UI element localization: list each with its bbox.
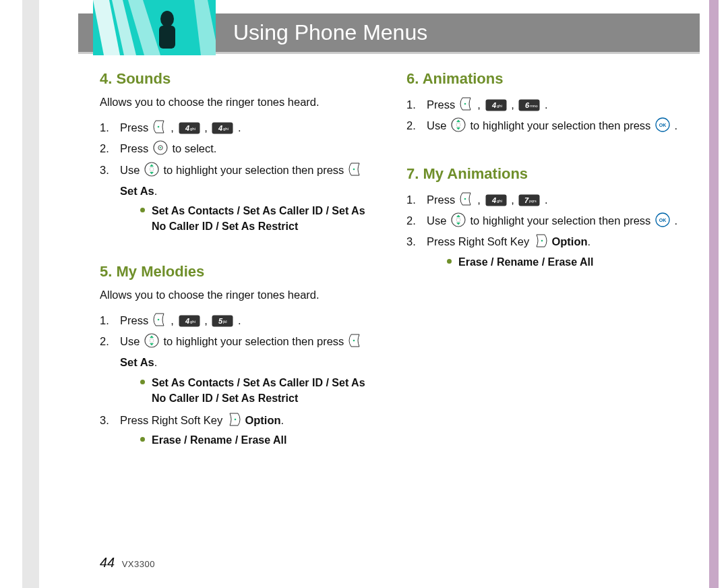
nav-updown-icon: [144, 162, 159, 177]
animations-step-1: Press , 4ghi , 6mno .: [406, 94, 682, 115]
bullet-icon: [140, 437, 145, 442]
sounds-steps: Press , 4ghi , 4ghi . Press to select. U…: [100, 117, 375, 235]
key-4-icon: 4ghi: [485, 194, 507, 206]
key-6-icon: 6mno: [518, 99, 540, 111]
svg-text:ghi: ghi: [497, 199, 502, 203]
softkey-right-icon: [534, 233, 547, 248]
myanim-steps: Press , 4ghi , 7pqrs . Use to highlight …: [406, 189, 682, 270]
melodies-step-1: Press , 4ghi , 5jkl .: [100, 310, 375, 331]
svg-text:mno: mno: [530, 104, 538, 108]
myanim-bullet: Erase / Rename / Erase All: [447, 254, 682, 270]
svg-point-48: [464, 198, 466, 200]
ok-icon: OK: [655, 117, 670, 132]
footer: 44 VX3300: [100, 555, 155, 570]
nav-updown-icon: [144, 333, 159, 348]
softkey-left-icon: [153, 119, 166, 134]
svg-point-16: [160, 147, 161, 148]
svg-text:OK: OK: [659, 123, 667, 127]
svg-text:7: 7: [524, 196, 529, 204]
melodies-bullet-1: Set As Contacts / Set As Caller ID / Set…: [140, 375, 375, 406]
key-4-icon: 4ghi: [179, 122, 200, 134]
bullet-icon: [140, 208, 145, 212]
section-title-melodies: 5. My Melodies: [100, 263, 375, 281]
sounds-step-2: Press to select.: [100, 138, 375, 159]
section-title-animations: 6. Animations: [406, 70, 682, 88]
melodies-steps: Press , 4ghi , 5jkl . Use to highlight y…: [100, 310, 375, 448]
key-4-icon: 4ghi: [179, 315, 200, 327]
bullet-icon: [140, 380, 145, 384]
sidebar-accent: [22, 0, 39, 588]
ok-icon: OK: [655, 212, 670, 227]
softkey-left-icon: [348, 162, 362, 177]
softkey-left-icon: [460, 96, 473, 111]
myanim-step-1: Press , 4ghi , 7pqrs .: [406, 189, 682, 210]
svg-point-35: [464, 103, 466, 105]
svg-text:4: 4: [491, 101, 496, 109]
sounds-step-3: Use to highlight your selection then pre…: [100, 160, 375, 235]
svg-text:4: 4: [491, 196, 496, 204]
page-title: Using Phone Menus: [233, 20, 427, 45]
section-title-myanimations: 7. My Animations: [406, 165, 682, 183]
svg-point-61: [541, 240, 543, 242]
svg-text:5: 5: [218, 317, 223, 325]
svg-point-7: [157, 126, 159, 128]
svg-text:ghi: ghi: [223, 127, 229, 131]
svg-text:OK: OK: [659, 218, 667, 223]
svg-point-33: [353, 340, 355, 342]
svg-text:jkl: jkl: [222, 320, 227, 324]
right-column: 6. Animations Press , 4ghi , 6mno . Use …: [406, 70, 682, 548]
softkey-left-icon: [460, 192, 473, 206]
softkey-left-icon: [348, 333, 362, 348]
nav-updown-icon: [451, 212, 466, 227]
svg-text:4: 4: [185, 317, 189, 325]
svg-text:6: 6: [525, 101, 530, 109]
bullet-icon: [447, 259, 452, 264]
sounds-bullet: Set As Contacts / Set As Caller ID / Set…: [140, 203, 375, 234]
sounds-desc: Allows you to choose the ringer tones he…: [100, 94, 375, 111]
melodies-bullet-2: Erase / Rename / Erase All: [140, 432, 375, 448]
melodies-step-2: Use to highlight your selection then pre…: [100, 331, 375, 406]
animations-step-2: Use to highlight your selection then pre…: [406, 115, 682, 136]
svg-point-5: [160, 11, 174, 27]
softkey-left-icon: [153, 312, 166, 327]
svg-text:ghi: ghi: [190, 320, 195, 324]
model-label: VX3300: [122, 559, 155, 569]
key-7-icon: 7pqrs: [518, 194, 540, 206]
svg-rect-6: [159, 26, 175, 49]
myanim-step-2: Use to highlight your selection then pre…: [406, 210, 682, 231]
melodies-desc: Allows you to choose the ringer tones he…: [100, 287, 375, 303]
svg-point-34: [235, 419, 237, 421]
nav-circle-icon: [153, 140, 168, 155]
svg-text:pqrs: pqrs: [529, 199, 537, 203]
softkey-right-icon: [227, 412, 241, 427]
svg-text:ghi: ghi: [190, 127, 195, 131]
nav-updown-icon: [451, 117, 466, 132]
svg-text:ghi: ghi: [497, 104, 502, 108]
key-4-icon: 4ghi: [485, 99, 507, 111]
melodies-step-3: Press Right Soft Key Option. Erase / Ren…: [100, 410, 375, 448]
svg-point-21: [353, 168, 355, 170]
myanim-step-3: Press Right Soft Key Option. Erase / Ren…: [406, 231, 682, 270]
content: 4. Sounds Allows you to choose the ringe…: [100, 70, 682, 548]
left-column: 4. Sounds Allows you to choose the ringe…: [100, 70, 375, 548]
key-4-icon: 4ghi: [212, 122, 233, 134]
svg-text:4: 4: [185, 124, 189, 132]
svg-point-22: [157, 318, 159, 320]
sounds-step-1: Press , 4ghi , 4ghi .: [100, 117, 375, 138]
key-5-icon: 5jkl: [212, 315, 233, 327]
animations-steps: Press , 4ghi , 6mno . Use to highlight y…: [406, 94, 682, 137]
page: Using Phone Menus 4. Sounds Allows you t…: [39, 0, 719, 588]
svg-text:4: 4: [218, 124, 222, 132]
header-photo: [93, 0, 216, 55]
page-number: 44: [100, 555, 115, 570]
section-title-sounds: 4. Sounds: [100, 70, 375, 88]
